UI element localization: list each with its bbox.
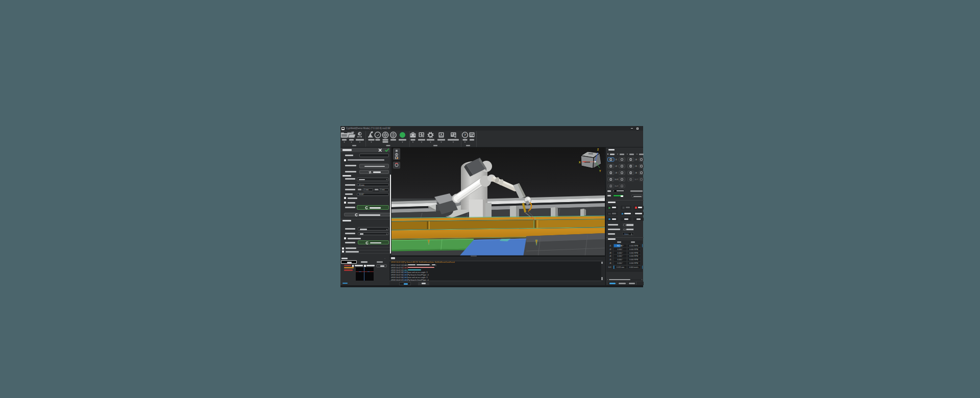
svg-text:0.000 RPM: 0.000 RPM [629, 262, 638, 264]
svg-text:J1: J1 [609, 244, 611, 246]
svg-text:96.136 °: 96.136 ° [617, 244, 623, 246]
svg-text:J6: J6 [635, 172, 637, 174]
svg-text:0.000 °: 0.000 ° [617, 248, 623, 250]
svg-text:0.000 RPM: 0.000 RPM [629, 252, 638, 254]
svg-text:-5.525 mm: -5.525 mm [616, 266, 624, 268]
svg-text:J4: J4 [609, 255, 611, 257]
svg-text:J2: J2 [609, 248, 611, 250]
svg-text:0.000 °: 0.000 ° [617, 259, 623, 261]
svg-text:J4: J4 [635, 159, 637, 161]
svg-text:G.X: G.X [608, 266, 611, 268]
svg-text:?: ? [464, 133, 467, 137]
svg-text:J6: J6 [609, 262, 611, 264]
svg-text:0.000 °: 0.000 ° [617, 262, 623, 264]
svg-text:G.Y: G.Y [634, 179, 638, 181]
svg-text:Z: Z [597, 148, 599, 151]
svg-text:J3: J3 [609, 252, 611, 254]
svg-text:0.000 RPM: 0.000 RPM [629, 248, 638, 250]
svg-text:J2: J2 [615, 165, 617, 167]
svg-text:0.000 RPM: 0.000 RPM [629, 255, 638, 257]
svg-text:0.000 °: 0.000 ° [617, 255, 623, 257]
svg-text:J5: J5 [635, 165, 637, 167]
svg-text:J1: J1 [615, 159, 617, 161]
svg-text:0.000 RPM: 0.000 RPM [629, 244, 638, 246]
svg-text:J3: J3 [615, 172, 617, 174]
svg-text:0.000 RPM: 0.000 RPM [629, 259, 638, 261]
svg-text:0.000 °: 0.000 ° [617, 252, 623, 254]
svg-text:0.000 mm/s: 0.000 mm/s [629, 266, 638, 268]
svg-text:G.X: G.X [615, 179, 618, 181]
svg-text:J5: J5 [609, 259, 611, 261]
svg-text:G.Z: G.Z [615, 185, 618, 187]
